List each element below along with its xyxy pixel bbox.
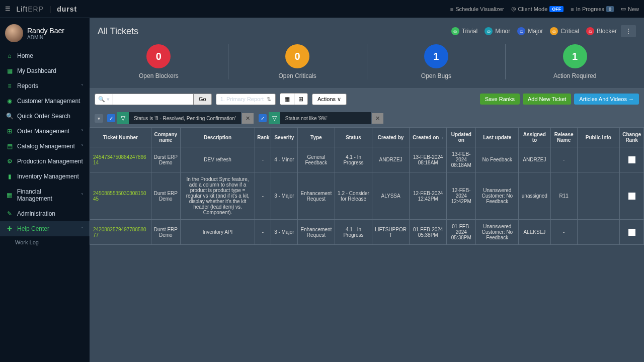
add-ticket-button[interactable]: Add New Ticket bbox=[523, 94, 571, 105]
ticket-link[interactable]: 245473475088424786614 bbox=[90, 147, 151, 172]
avatar bbox=[5, 24, 23, 42]
go-button[interactable]: Go bbox=[194, 94, 212, 105]
cell-assigned: unassigned bbox=[519, 172, 551, 220]
col-header[interactable]: Last update bbox=[476, 128, 519, 147]
nav-item-customer-management[interactable]: ◉Customer Management bbox=[0, 94, 90, 109]
rank-checkbox[interactable] bbox=[628, 193, 635, 200]
col-header[interactable]: Company name bbox=[151, 128, 180, 147]
legend-critical: ☺Critical bbox=[550, 27, 579, 35]
dot-icon: ☺ bbox=[485, 27, 493, 35]
ticket-link[interactable]: 245088553503030815045 bbox=[90, 172, 151, 220]
filter-checkbox[interactable]: ✓ bbox=[107, 114, 115, 122]
stat-label: Open Bugs bbox=[367, 72, 506, 79]
actions-button[interactable]: Actions ∨ bbox=[312, 94, 347, 105]
cell-type: Enhancement Request bbox=[297, 172, 335, 220]
search-icon[interactable]: 🔍 ▾ bbox=[95, 94, 113, 105]
stat-open-criticals[interactable]: 0Open Criticals bbox=[228, 44, 367, 79]
stat-value: 1 bbox=[424, 44, 448, 68]
stat-value: 1 bbox=[563, 44, 587, 68]
articles-videos-button[interactable]: Articles And Videos → bbox=[574, 94, 639, 105]
stat-open-bugs[interactable]: 1Open Bugs bbox=[367, 44, 506, 79]
col-header[interactable]: Public Info bbox=[577, 128, 620, 147]
in-progress-link[interactable]: ≡ In Progress 0 bbox=[571, 6, 614, 12]
col-header[interactable]: Status bbox=[335, 128, 372, 147]
cell-createdon: 01-FEB-2024 05:38PM bbox=[410, 220, 447, 245]
cell-company: Durst ERP Demo bbox=[151, 220, 180, 245]
report-select[interactable]: 1. Primary Report ⇅ bbox=[216, 94, 276, 105]
nav-item-help-center[interactable]: ✚Help Center˅ bbox=[0, 221, 90, 236]
nav-sub-work-log[interactable]: Work Log bbox=[0, 236, 90, 248]
tab-icon: ▭ bbox=[621, 6, 626, 12]
cell-updatedon: 13-FEB-2024 08:18AM bbox=[447, 147, 476, 172]
filter-chip-0: ✓▽Status is '8 - Resolved, Pending Confi… bbox=[107, 112, 254, 124]
save-ranks-button[interactable]: Save Ranks bbox=[480, 94, 520, 105]
nav-item-my-dashboard[interactable]: ▦My Dashboard bbox=[0, 63, 90, 78]
search-input[interactable] bbox=[113, 94, 194, 105]
list-icon: ≡ bbox=[450, 6, 453, 12]
col-header[interactable]: Release Name bbox=[550, 128, 577, 147]
card-view-button[interactable]: ⊞ bbox=[294, 93, 308, 105]
cell-createdon: 12-FEB-2024 12:42PM bbox=[410, 172, 447, 220]
nav-item-catalog-management[interactable]: ▤Catalog Management˅ bbox=[0, 139, 90, 154]
col-header[interactable]: Description bbox=[180, 128, 255, 147]
cell-createdby: ANDRZEJ bbox=[372, 147, 410, 172]
user-role: ADMIN bbox=[27, 35, 64, 40]
filter-collapse-button[interactable]: ▾ bbox=[95, 114, 103, 123]
cell-description: Inventory API bbox=[180, 220, 255, 245]
col-header[interactable]: Created by bbox=[372, 128, 410, 147]
nav-item-production-management[interactable]: ⚙Production Management bbox=[0, 154, 90, 169]
cell-severity: 3 - Major bbox=[271, 172, 297, 220]
filter-icon[interactable]: ▽ bbox=[269, 112, 280, 124]
filter-checkbox[interactable]: ✓ bbox=[259, 114, 267, 122]
stat-label: Open Criticals bbox=[228, 72, 367, 79]
legend-blocker: ☺Blocker bbox=[586, 27, 617, 35]
nav-item-reports[interactable]: ≡Reports˅ bbox=[0, 78, 90, 94]
stat-action-required[interactable]: 1Action Required bbox=[506, 44, 644, 79]
brand: LiftERP | durst bbox=[17, 5, 77, 13]
col-header[interactable]: Ticket Number bbox=[90, 128, 151, 147]
nav-item-quick-order-search[interactable]: 🔍Quick Order Search bbox=[0, 109, 90, 124]
filter-chip-1: ✓▽Status not like '9%'✕ bbox=[259, 112, 383, 124]
col-header[interactable]: Rank bbox=[255, 128, 271, 147]
page-title: All Tickets bbox=[98, 26, 138, 37]
list-icon: ≡ bbox=[571, 6, 574, 12]
filter-text[interactable]: Status is '8 - Resolved, Pending Confirm… bbox=[129, 113, 241, 124]
rank-checkbox[interactable] bbox=[628, 229, 635, 236]
nav-item-administration[interactable]: ✎Administration bbox=[0, 206, 90, 221]
col-header[interactable]: Type bbox=[297, 128, 335, 147]
search-group: 🔍 ▾ Go bbox=[95, 94, 212, 105]
table-container[interactable]: Ticket NumberCompany nameDescriptionRank… bbox=[90, 127, 644, 362]
col-header[interactable]: Assigned to bbox=[519, 128, 551, 147]
client-mode-toggle[interactable]: ◎ Client Mode OFF bbox=[511, 6, 564, 12]
filter-close-button[interactable]: ✕ bbox=[372, 113, 383, 124]
dot-icon: ☺ bbox=[550, 27, 558, 35]
chevron-down-icon: ˅ bbox=[81, 193, 84, 198]
filter-close-button[interactable]: ✕ bbox=[242, 113, 254, 124]
nav-item-financial-management[interactable]: ▦Financial Management˅ bbox=[0, 184, 90, 206]
menu-icon[interactable]: ≡ bbox=[5, 4, 11, 14]
nav-item-order-management[interactable]: ⊞Order Management˅ bbox=[0, 124, 90, 139]
ticket-link[interactable]: 242088257949778858077 bbox=[90, 220, 151, 245]
col-header[interactable]: Severity bbox=[271, 128, 297, 147]
dot-icon: ☺ bbox=[517, 27, 525, 35]
col-header[interactable]: Change Rank bbox=[620, 128, 644, 147]
schedule-visualizer-link[interactable]: ≡ Schedule Visualizer bbox=[450, 6, 504, 12]
new-link[interactable]: ▭ New bbox=[621, 6, 639, 12]
col-header[interactable]: Created on ↓ bbox=[410, 128, 447, 147]
nav-icon: ⚙ bbox=[6, 158, 13, 165]
user-block[interactable]: Randy Baer ADMIN bbox=[0, 18, 90, 48]
filter-icon[interactable]: ▽ bbox=[117, 112, 129, 124]
stat-open-blockers[interactable]: 0Open Blockers bbox=[90, 44, 228, 79]
filter-text[interactable]: Status not like '9%' bbox=[280, 113, 371, 124]
cell-updatedon: 01-FEB-2024 05:38PM bbox=[447, 220, 476, 245]
nav-icon: ⌂ bbox=[6, 52, 13, 59]
chevron-down-icon: ˅ bbox=[81, 129, 84, 134]
nav-item-inventory-management[interactable]: ▮Inventory Management bbox=[0, 169, 90, 184]
nav-item-home[interactable]: ⌂Home bbox=[0, 48, 90, 63]
nav-icon: 🔍 bbox=[6, 113, 13, 120]
rank-checkbox[interactable] bbox=[628, 156, 635, 163]
grid-view-button[interactable]: ▦ bbox=[280, 93, 294, 105]
col-header[interactable]: Updated on bbox=[447, 128, 476, 147]
more-button[interactable]: ⋮ bbox=[621, 25, 636, 37]
chevron-down-icon: ˅ bbox=[81, 83, 84, 89]
